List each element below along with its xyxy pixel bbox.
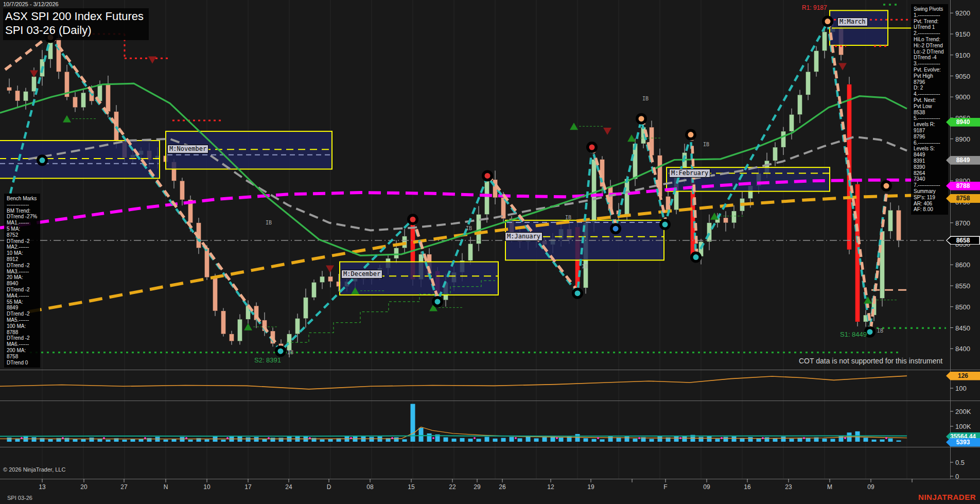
swing-pivots-line: Hi:-2 DTrend <box>914 43 946 49</box>
bench-marks-line: 8912 <box>7 256 38 263</box>
s1-level-label: S1: 8449 <box>840 331 867 338</box>
time-axis-label: 23 <box>785 483 792 491</box>
price-axis-label: 8550 <box>955 282 970 290</box>
instrument-tab[interactable]: SPI 03-26 <box>7 495 32 501</box>
bench-marks-line: ------------- <box>7 202 38 208</box>
month-box-label[interactable]: M:February <box>669 169 710 178</box>
time-axis-label: F <box>663 483 667 491</box>
price-axis-label: 8600 <box>955 261 970 269</box>
swing-pivots-line: 7.------------- <box>914 182 946 188</box>
r1-level-label: R1: 9187 <box>802 4 827 11</box>
price-tag: 126 <box>946 372 980 380</box>
bench-marks-line: MA5.------ <box>7 317 38 323</box>
ib-marker-label: IB <box>703 142 709 147</box>
bench-marks-line: 8758 <box>7 354 38 360</box>
swing-pivots-line: 4.------------- <box>914 91 946 97</box>
swing-pivots-line: 9187 <box>914 128 946 134</box>
bench-marks-line: DTrend -2 <box>7 287 38 293</box>
swing-pivots-line: 1.------------- <box>914 12 946 19</box>
bench-marks-line: 55 MA: <box>7 299 38 305</box>
swing-pivots-line: 8796 <box>914 134 946 140</box>
panel-axis-label: 100 <box>955 385 967 392</box>
swing-pivots-line: 8449 <box>914 152 946 158</box>
ib-marker-label: IB <box>287 350 293 355</box>
time-axis-label: 16 <box>744 483 750 491</box>
bench-marks-line: MA1.------ <box>7 220 38 226</box>
swing-pivots-line: 8538 <box>914 110 946 116</box>
bench-marks-line: 10 MA: <box>7 250 38 256</box>
time-axis-label: 20 <box>80 483 87 491</box>
chart-canvas <box>0 0 980 504</box>
swing-pivots-line: 2.------------- <box>914 30 946 37</box>
bench-marks-line: 100 MA: <box>7 323 38 329</box>
price-axis-label: 9000 <box>955 93 970 101</box>
price-tag: 8788 <box>946 182 980 190</box>
panel-axis-label: 0.5 <box>955 459 965 466</box>
swing-pivots-line: Levels S: <box>914 146 946 152</box>
ib-marker-label: IB <box>466 225 472 231</box>
price-axis-label: 9050 <box>955 73 970 80</box>
month-box-label[interactable]: M:December <box>341 270 382 279</box>
price-axis-label: 8700 <box>955 219 970 227</box>
swing-pivots-line: 6.------------- <box>914 140 946 146</box>
cot-message: COT data is not supported for this instr… <box>799 357 942 365</box>
ib-marker-label: IB <box>642 96 649 101</box>
date-range-label: 10/7/2025 - 3/12/2026 <box>3 1 149 7</box>
bench-marks-line: DTrend -2 <box>7 238 38 245</box>
swing-pivots-line: Levels R: <box>914 121 946 128</box>
chart-title-line1: ASX SPI 200 Index Futures <box>5 9 144 23</box>
swing-pivots-panel: Swing Pivots1.-------------Pvt. Trend:UT… <box>911 4 948 215</box>
chart-title: ASX SPI 200 Index Futures SPI 03-26 (Dai… <box>3 8 149 40</box>
time-axis-label: 15 <box>408 483 414 491</box>
price-axis-label: 9200 <box>955 9 970 17</box>
panel-axis-label: 0 <box>955 473 959 480</box>
bench-marks-line: MA3.------ <box>7 269 38 275</box>
ib-marker-label: IB <box>582 264 588 269</box>
swing-pivots-line: DTrend -4 <box>914 55 946 61</box>
swing-pivots-line: 8391 <box>914 158 946 164</box>
bench-marks-line: 200 MA: <box>7 347 38 354</box>
time-axis-label: 17 <box>244 483 251 491</box>
bench-marks-line: MA2.------ <box>7 244 38 250</box>
swing-pivots-line: 5.------------- <box>914 115 946 121</box>
month-box-label[interactable]: M:January <box>505 232 542 241</box>
bench-marks-line: MA4.------ <box>7 293 38 299</box>
swing-pivots-line: SP's: 119 <box>914 195 946 201</box>
swing-pivots-line: 7340 <box>914 176 946 182</box>
swing-pivots-line: 8796 <box>914 79 946 85</box>
swing-pivots-line: HiLo Trend: <box>914 37 946 43</box>
price-tag: 5393 <box>946 438 980 447</box>
swing-pivots-line: AF: 8.00 <box>914 206 946 213</box>
ninjatrader-chart-window: 10/7/2025 - 3/12/2026 ASX SPI 200 Index … <box>0 0 980 504</box>
bench-marks-line: DTrend -2 <box>7 335 38 341</box>
month-box-label[interactable]: M:March <box>837 18 868 26</box>
price-tag: 8758 <box>946 194 980 203</box>
bench-marks-line: MA6.------ <box>7 341 38 347</box>
swing-pivots-line: Pvt Low <box>914 103 946 110</box>
price-tag: 8849 <box>946 156 980 165</box>
swing-pivots-line: Pvt. Next: <box>914 97 946 103</box>
bench-marks-line: 8788 <box>7 329 38 336</box>
title-block: 10/7/2025 - 3/12/2026 ASX SPI 200 Index … <box>3 1 149 40</box>
swing-pivots-line: 3.------------- <box>914 61 946 67</box>
bench-marks-line: DTrend -2 <box>7 263 38 269</box>
swing-pivots-line: Lo:-2 DTrend <box>914 49 946 55</box>
price-axis-label: 8450 <box>955 324 970 332</box>
bench-marks-line: Bench Marks <box>7 196 38 202</box>
time-axis-label: 09 <box>703 483 710 491</box>
bench-marks-line: 5 MA: <box>7 226 38 232</box>
ib-marker-label: IB <box>877 328 883 334</box>
time-axis-label: D <box>327 483 331 491</box>
price-axis-label: 8900 <box>955 135 970 143</box>
time-axis-label: 13 <box>39 483 45 491</box>
bench-marks-line: DTrend -27% <box>7 214 38 220</box>
bench-marks-line: DTrend 0 <box>7 360 38 366</box>
swing-pivots-line: 8390 <box>914 164 946 170</box>
panel-axis-label: 100K <box>955 423 971 430</box>
bench-marks-line: 8849 <box>7 305 38 311</box>
swing-pivots-line: Pvt. Evolve: <box>914 67 946 73</box>
month-box-label[interactable]: M:November <box>167 145 208 153</box>
time-axis-label: N <box>164 483 168 491</box>
price-tag: 8658 <box>946 236 980 245</box>
ninjatrader-logo: NINJATRADER <box>918 493 976 501</box>
